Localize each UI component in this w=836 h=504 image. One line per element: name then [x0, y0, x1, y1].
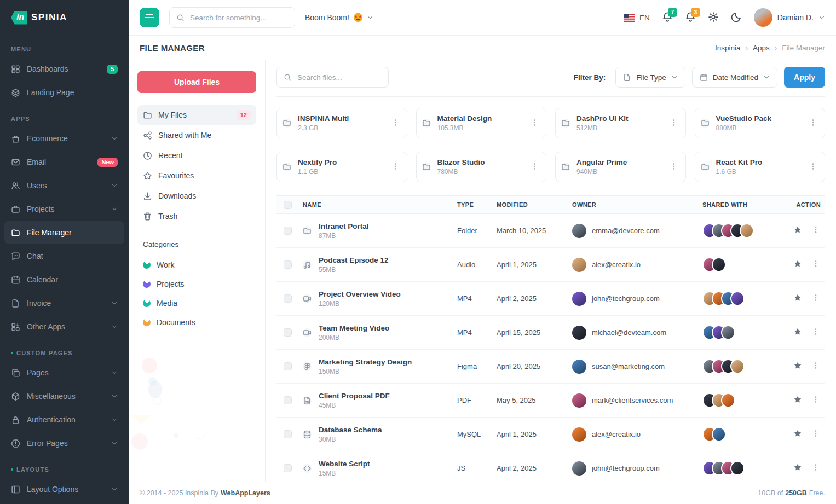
file-nav-item-shared-with-me[interactable]: Shared with Me [137, 125, 256, 145]
sidebar-item-projects[interactable]: Projects [4, 198, 124, 221]
folder-menu-button[interactable] [668, 160, 680, 174]
sidebar-item-other-apps[interactable]: Other Apps [4, 315, 124, 338]
notifications-bell-button[interactable]: 7 [662, 11, 673, 24]
folder-card[interactable]: Angular Prime940MB [555, 152, 686, 182]
favourite-star-button[interactable] [793, 463, 802, 473]
row-menu-button[interactable] [810, 292, 822, 305]
apply-filter-button[interactable]: Apply [784, 67, 825, 88]
alerts-bell-button[interactable]: 3 [685, 11, 696, 24]
file-nav-item-recent[interactable]: Recent [137, 146, 256, 165]
file-nav-item-favourites[interactable]: Favourites [137, 166, 256, 186]
sidebar-item-users[interactable]: Users [4, 174, 124, 197]
sidebar-item-ecommerce[interactable]: Ecommerce [4, 127, 124, 150]
favourite-star-button[interactable] [793, 225, 802, 236]
row-checkbox[interactable] [284, 328, 292, 337]
toolbar-divider [276, 96, 825, 97]
sidebar-item-layout-options[interactable]: Layout Options [4, 478, 124, 501]
file-name-cell[interactable]: Project Overview Video120MB [303, 290, 457, 308]
row-menu-button[interactable] [810, 461, 822, 475]
breadcrumb-item[interactable]: Apps [753, 44, 770, 52]
sidebar-item-chat[interactable]: Chat [4, 245, 124, 268]
file-nav-item-trash[interactable]: Trash [137, 206, 256, 226]
favourite-star-button[interactable] [793, 429, 802, 439]
category-item-work[interactable]: Work [137, 255, 256, 274]
shared-avatar [730, 291, 745, 306]
file-type-select[interactable]: File Type [615, 67, 685, 88]
row-menu-button[interactable] [810, 224, 822, 237]
file-name-cell[interactable]: Team Meeting Video200MB [303, 324, 457, 341]
dark-mode-toggle[interactable] [731, 11, 742, 24]
files-search-input[interactable] [297, 73, 382, 82]
sidebar-item-calendar[interactable]: Calendar [4, 268, 124, 291]
files-toolbar: Filter By: File Type Date Modified Apply [276, 67, 825, 88]
file-nav-item-downloads[interactable]: Downloads [137, 186, 256, 206]
category-item-projects[interactable]: Projects [137, 274, 256, 293]
sidebar-item-authentication[interactable]: Authentication [4, 408, 124, 431]
row-menu-button[interactable] [810, 360, 822, 373]
folder-menu-button[interactable] [807, 160, 819, 174]
shared-avatar [721, 393, 735, 408]
folder-card[interactable]: DashPro UI Kit512MB [555, 108, 686, 138]
favourite-star-button[interactable] [793, 293, 802, 304]
folder-menu-button[interactable] [389, 117, 401, 130]
folder-card[interactable]: Material Design105.3MB [416, 108, 547, 138]
file-name-cell[interactable]: Intranet Portal87MB [303, 222, 457, 240]
row-checkbox[interactable] [284, 464, 292, 472]
favourite-star-button[interactable] [793, 361, 802, 372]
row-menu-button[interactable] [810, 258, 822, 271]
row-checkbox[interactable] [284, 362, 292, 370]
sidebar-item-dashboards[interactable]: Dashboards5 [4, 57, 124, 80]
category-item-media[interactable]: Media [137, 293, 256, 312]
file-modified-date: April 1, 2025 [497, 430, 572, 438]
folder-menu-button[interactable] [528, 117, 540, 130]
upload-files-button[interactable]: Upload Files [137, 71, 256, 93]
menu-toggle-button[interactable] [140, 8, 159, 27]
brand-logo[interactable]: in SPINIA [0, 0, 129, 35]
folder-card[interactable]: VueStudio Pack880MB [695, 108, 826, 138]
row-checkbox[interactable] [284, 227, 292, 235]
footer-brand-link[interactable]: WebAppLayers [221, 489, 270, 497]
row-checkbox[interactable] [284, 396, 292, 404]
sidebar-item-email[interactable]: EmailNew [4, 150, 124, 173]
favourite-star-button[interactable] [793, 327, 802, 338]
promo-dropdown[interactable]: Boom Boom! [305, 13, 373, 22]
row-menu-button[interactable] [810, 326, 822, 339]
folder-menu-button[interactable] [528, 160, 540, 174]
user-menu[interactable]: Damian D. [754, 8, 825, 27]
sidebar-item-miscellaneous[interactable]: Miscellaneous [4, 385, 124, 408]
row-checkbox[interactable] [284, 294, 292, 303]
row-menu-button[interactable] [810, 427, 822, 441]
row-menu-button[interactable] [810, 393, 822, 407]
file-name-cell[interactable]: Database Schema30MB [303, 426, 457, 443]
global-search-input[interactable] [190, 14, 288, 22]
folder-card[interactable]: Nextify Pro1.1 GB [276, 152, 407, 182]
folder-icon [143, 111, 152, 120]
category-item-documents[interactable]: Documents [137, 312, 256, 332]
folder-card[interactable]: INSPINIA Multi2.3 GB [276, 108, 407, 138]
date-modified-select[interactable]: Date Modified [692, 67, 777, 88]
file-name-cell[interactable]: Website Script15MB [303, 460, 457, 477]
sidebar-item-landing-page[interactable]: Landing Page [4, 81, 124, 104]
folder-icon [422, 119, 431, 128]
sidebar-item-file-manager[interactable]: File Manager [4, 221, 124, 244]
file-name-cell[interactable]: Marketing Strategy Design150MB [303, 358, 457, 375]
folder-menu-button[interactable] [389, 160, 401, 174]
file-name-cell[interactable]: PDFClient Proposal PDF45MB [303, 392, 457, 409]
select-all-checkbox[interactable] [284, 201, 292, 209]
sidebar-item-invoice[interactable]: Invoice [4, 292, 124, 315]
folder-card[interactable]: React Kit Pro1.6 GB [695, 152, 826, 182]
row-checkbox[interactable] [284, 260, 292, 269]
row-checkbox[interactable] [284, 430, 292, 438]
sidebar-item-pages[interactable]: Pages [4, 361, 124, 384]
folder-menu-button[interactable] [807, 117, 819, 130]
settings-button[interactable] [708, 11, 719, 24]
breadcrumb-item[interactable]: Inspinia [715, 44, 741, 52]
folder-menu-button[interactable] [668, 117, 680, 130]
file-nav-item-my-files[interactable]: My Files12 [137, 105, 256, 125]
file-name-cell[interactable]: Podcast Episode 1255MB [303, 256, 457, 274]
favourite-star-button[interactable] [793, 395, 802, 405]
language-selector[interactable]: EN [624, 14, 650, 22]
favourite-star-button[interactable] [793, 259, 802, 270]
sidebar-item-error-pages[interactable]: Error Pages [4, 432, 124, 455]
folder-card[interactable]: Blazor Studio780MB [416, 152, 547, 182]
